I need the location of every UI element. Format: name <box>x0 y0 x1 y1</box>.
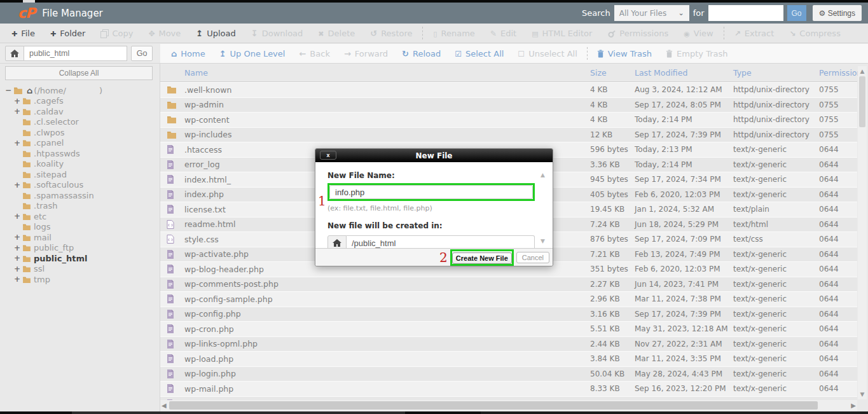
file-type-icon <box>167 205 177 214</box>
table-row[interactable]: wp-config.php 3.16 KB Sep 17, 2024, 7:39… <box>160 307 857 322</box>
nav-button[interactable]: Empty Trash <box>659 44 734 63</box>
expand-toggle[interactable]: + <box>14 233 22 242</box>
tree-item[interactable]: .koality <box>5 159 102 170</box>
nav-button[interactable]: Forward <box>337 44 395 63</box>
toolbar-button[interactable]: Copy <box>93 24 141 43</box>
create-new-file-button[interactable]: Create New File <box>452 252 512 264</box>
scroll-up-arrow[interactable]: ▲ <box>858 68 867 74</box>
nav-button[interactable]: Unselect All <box>511 44 584 63</box>
tree-item-home[interactable]: − ⌂ (/home/ ) <box>5 85 102 96</box>
table-row[interactable]: wp-load.php 3.84 KB Mar 11, 2024, 3:35 P… <box>160 351 857 366</box>
tree-item[interactable]: + etc <box>5 211 102 222</box>
tree-item[interactable]: + ssl <box>5 264 102 275</box>
nav-button[interactable]: View Trash <box>590 44 659 63</box>
dialog-scroll-up-arrow[interactable]: ▲ <box>541 172 545 178</box>
expand-toggle[interactable]: + <box>14 254 22 263</box>
table-row[interactable]: wp-links-opml.php 2.44 KB Nov 27, 2022, … <box>160 336 857 352</box>
tree-item[interactable]: .trash <box>5 201 102 212</box>
toolbar-button[interactable]: Rename <box>425 24 482 43</box>
search-scope-select[interactable]: All Your Files ⌄ <box>614 5 689 21</box>
tree-item[interactable]: logs <box>5 222 102 233</box>
toolbar-button[interactable]: View <box>676 24 720 43</box>
toolbar-icon <box>684 29 690 38</box>
toolbar-button[interactable]: File <box>4 24 43 43</box>
expand-toggle[interactable]: + <box>14 212 22 221</box>
tree-item[interactable]: + public_html <box>5 253 102 264</box>
column-header-modified[interactable]: Last Modified <box>630 68 728 78</box>
dialog-titlebar[interactable]: New File <box>315 149 553 162</box>
table-row[interactable]: wp-login.php 50.04 KB May 28, 2024, 4:43… <box>160 366 857 382</box>
dialog-scroll-down-arrow[interactable]: ▼ <box>541 238 545 244</box>
nav-button[interactable]: Reload <box>395 44 448 63</box>
toolbar-button[interactable]: Move <box>141 24 188 43</box>
toolbar-button[interactable]: Compress <box>782 24 848 43</box>
expand-toggle[interactable]: + <box>14 275 22 284</box>
tree-item[interactable]: + .softaculous <box>5 180 102 191</box>
path-go-button[interactable]: Go <box>131 46 153 61</box>
scroll-right-arrow[interactable]: ▶ <box>851 402 856 409</box>
path-home-button[interactable] <box>5 46 24 61</box>
scroll-left-arrow[interactable]: ◀ <box>162 402 167 409</box>
tree-item[interactable]: + mail <box>5 232 102 243</box>
toolbar-button[interactable]: Extract <box>727 24 782 43</box>
toolbar-button[interactable]: Edit <box>483 24 524 43</box>
toolbar-button[interactable]: Folder <box>43 24 93 43</box>
nav-button[interactable]: Back <box>292 44 336 63</box>
toolbar-button[interactable]: Upload <box>188 24 243 43</box>
column-header-permissions[interactable]: Permissions <box>814 68 857 78</box>
expand-toggle[interactable]: + <box>14 244 22 252</box>
tree-item[interactable]: .clwpos <box>5 127 102 138</box>
table-row[interactable]: wp-admin 4 KB Sep 17, 2024, 8:05 PM http… <box>160 97 857 113</box>
toolbar-button[interactable]: Download <box>244 24 311 43</box>
table-row[interactable]: wp-includes 12 KB Sep 17, 2024, 7:39 PM … <box>160 127 857 142</box>
table-row[interactable]: wp-config-sample.php 2.96 KB Mar 11, 202… <box>160 291 857 307</box>
expand-toggle[interactable]: + <box>14 107 22 116</box>
table-row[interactable]: wp-content 4 KB Today, 2:14 PM httpd/uni… <box>160 112 857 127</box>
toolbar-button[interactable]: Delete <box>310 24 362 43</box>
vertical-scroll-thumb[interactable] <box>859 76 865 127</box>
tree-item[interactable]: + .cagefs <box>5 96 102 107</box>
table-row[interactable]: wp-cron.php 5.51 KB May 31, 2023, 12:18 … <box>160 321 857 336</box>
expand-toggle[interactable]: + <box>14 97 22 106</box>
search-input[interactable] <box>708 5 783 21</box>
file-name: style.css <box>184 235 219 244</box>
expand-toggle[interactable]: + <box>14 181 22 190</box>
table-row[interactable]: .well-known 4 KB Aug 3, 2024, 12:12 AM h… <box>160 82 857 97</box>
tree-item[interactable]: .htpasswds <box>5 148 102 159</box>
toolbar-icon <box>100 30 108 37</box>
toolbar-button[interactable]: Restore <box>362 24 420 43</box>
tree-item[interactable]: .sitepad <box>5 169 102 180</box>
expand-toggle[interactable]: + <box>14 265 22 273</box>
nav-divider <box>587 47 588 60</box>
tree-item[interactable]: + public_ftp <box>5 243 102 254</box>
tree-item[interactable]: + .cpanel <box>5 138 102 149</box>
nav-button[interactable]: Home <box>164 44 212 63</box>
nav-button[interactable]: Select All <box>448 44 511 63</box>
file-name: wp-includes <box>184 130 231 139</box>
toolbar-button[interactable]: HTML Editor <box>524 24 600 43</box>
expand-toggle[interactable]: + <box>14 139 22 148</box>
table-row[interactable]: wp-mail.php 8.33 KB Sep 16, 2023, 12:20 … <box>160 381 857 396</box>
tree-item[interactable]: .spamassassin <box>5 190 102 201</box>
table-row[interactable]: wp-comments-post.php 2.27 KB Jun 14, 202… <box>160 277 857 292</box>
column-header-size[interactable]: Size <box>585 68 630 78</box>
new-file-name-input[interactable] <box>329 185 533 199</box>
search-go-button[interactable]: Go <box>787 5 806 21</box>
tree-item[interactable]: + tmp <box>5 274 102 285</box>
scroll-down-arrow[interactable]: ▼ <box>858 391 867 397</box>
collapse-all-button[interactable]: Collapse All <box>5 66 153 80</box>
nav-button[interactable]: Up One Level <box>212 44 293 63</box>
column-header-name[interactable]: Name <box>160 68 585 78</box>
path-input[interactable] <box>24 46 127 61</box>
toolbar-button[interactable]: Permissions <box>600 24 676 43</box>
dialog-close-button[interactable]: x <box>320 151 336 160</box>
vertical-scrollbar[interactable]: ▲ ▼ <box>858 66 867 399</box>
settings-button[interactable]: ⚙ Settings <box>813 5 862 21</box>
horizontal-scroll-thumb[interactable] <box>169 401 818 410</box>
cancel-button[interactable]: Cancel <box>516 252 549 263</box>
horizontal-scrollbar[interactable]: ◀ ▶ <box>160 400 857 411</box>
collapse-toggle[interactable]: − <box>5 86 13 95</box>
column-header-type[interactable]: Type <box>728 68 814 78</box>
tree-item[interactable]: + .caldav <box>5 106 102 117</box>
tree-item[interactable]: .cl.selector <box>5 117 102 128</box>
